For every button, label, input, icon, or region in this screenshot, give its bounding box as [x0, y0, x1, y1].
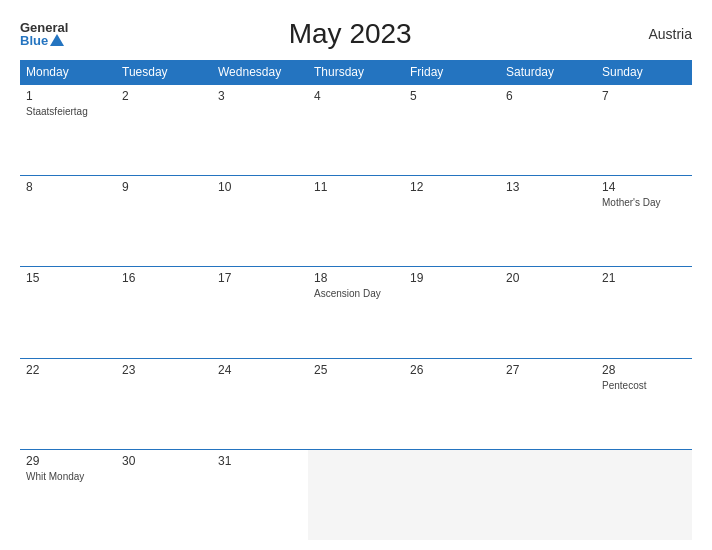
day-number: 26: [410, 363, 494, 377]
day-number: 1: [26, 89, 110, 103]
cal-cell: 13: [500, 176, 596, 266]
logo-triangle-icon: [50, 34, 64, 46]
day-number: 16: [122, 271, 206, 285]
holiday-name: Pentecost: [602, 379, 686, 392]
cal-cell: 8: [20, 176, 116, 266]
week-row-1: 1Staatsfeiertag234567: [20, 85, 692, 176]
header-cell-saturday: Saturday: [500, 60, 596, 84]
day-number: 8: [26, 180, 110, 194]
cal-cell: 16: [116, 267, 212, 357]
day-number: 24: [218, 363, 302, 377]
cal-cell: 9: [116, 176, 212, 266]
cal-cell: 31: [212, 450, 308, 540]
day-number: 3: [218, 89, 302, 103]
cal-cell: 29Whit Monday: [20, 450, 116, 540]
cal-cell: 26: [404, 359, 500, 449]
day-number: 25: [314, 363, 398, 377]
day-number: 23: [122, 363, 206, 377]
day-number: 17: [218, 271, 302, 285]
cal-cell: 5: [404, 85, 500, 175]
day-number: 18: [314, 271, 398, 285]
holiday-name: Staatsfeiertag: [26, 105, 110, 118]
day-number: 31: [218, 454, 302, 468]
day-number: 9: [122, 180, 206, 194]
day-number: 20: [506, 271, 590, 285]
cal-cell: 27: [500, 359, 596, 449]
week-row-4: 22232425262728Pentecost: [20, 359, 692, 450]
cal-cell: 22: [20, 359, 116, 449]
cal-cell: [500, 450, 596, 540]
day-number: 2: [122, 89, 206, 103]
cal-cell: 3: [212, 85, 308, 175]
cal-cell: 30: [116, 450, 212, 540]
cal-cell: 10: [212, 176, 308, 266]
cal-cell: [404, 450, 500, 540]
header-cell-friday: Friday: [404, 60, 500, 84]
week-row-3: 15161718Ascension Day192021: [20, 267, 692, 358]
holiday-name: Whit Monday: [26, 470, 110, 483]
cal-cell: 11: [308, 176, 404, 266]
week-row-2: 891011121314Mother's Day: [20, 176, 692, 267]
logo: General Blue: [20, 21, 68, 47]
day-number: 10: [218, 180, 302, 194]
day-number: 30: [122, 454, 206, 468]
cal-cell: 4: [308, 85, 404, 175]
cal-cell: 28Pentecost: [596, 359, 692, 449]
cal-cell: [596, 450, 692, 540]
calendar: MondayTuesdayWednesdayThursdayFridaySatu…: [20, 60, 692, 540]
cal-cell: 12: [404, 176, 500, 266]
cal-cell: 21: [596, 267, 692, 357]
cal-cell: 7: [596, 85, 692, 175]
cal-cell: 25: [308, 359, 404, 449]
day-number: 28: [602, 363, 686, 377]
day-number: 14: [602, 180, 686, 194]
cal-cell: 15: [20, 267, 116, 357]
header-cell-tuesday: Tuesday: [116, 60, 212, 84]
holiday-name: Mother's Day: [602, 196, 686, 209]
holiday-name: Ascension Day: [314, 287, 398, 300]
header-cell-wednesday: Wednesday: [212, 60, 308, 84]
day-number: 22: [26, 363, 110, 377]
cal-cell: 18Ascension Day: [308, 267, 404, 357]
day-number: 4: [314, 89, 398, 103]
day-number: 11: [314, 180, 398, 194]
cal-cell: 20: [500, 267, 596, 357]
cal-cell: 23: [116, 359, 212, 449]
cal-cell: 17: [212, 267, 308, 357]
day-number: 29: [26, 454, 110, 468]
month-title: May 2023: [68, 18, 632, 50]
calendar-page: General Blue May 2023 Austria MondayTues…: [0, 0, 712, 550]
cal-cell: 2: [116, 85, 212, 175]
header-cell-thursday: Thursday: [308, 60, 404, 84]
day-number: 15: [26, 271, 110, 285]
cal-cell: 19: [404, 267, 500, 357]
cal-cell: 6: [500, 85, 596, 175]
calendar-header: MondayTuesdayWednesdayThursdayFridaySatu…: [20, 60, 692, 84]
header: General Blue May 2023 Austria: [20, 18, 692, 50]
day-number: 27: [506, 363, 590, 377]
day-number: 13: [506, 180, 590, 194]
cal-cell: 1Staatsfeiertag: [20, 85, 116, 175]
weeks-container: 1Staatsfeiertag234567891011121314Mother'…: [20, 84, 692, 540]
day-number: 12: [410, 180, 494, 194]
day-number: 6: [506, 89, 590, 103]
day-number: 7: [602, 89, 686, 103]
week-row-5: 29Whit Monday3031: [20, 450, 692, 540]
day-number: 5: [410, 89, 494, 103]
header-cell-sunday: Sunday: [596, 60, 692, 84]
day-number: 19: [410, 271, 494, 285]
cal-cell: [308, 450, 404, 540]
logo-blue: Blue: [20, 34, 48, 47]
header-cell-monday: Monday: [20, 60, 116, 84]
country-label: Austria: [632, 26, 692, 42]
cal-cell: 14Mother's Day: [596, 176, 692, 266]
cal-cell: 24: [212, 359, 308, 449]
day-number: 21: [602, 271, 686, 285]
